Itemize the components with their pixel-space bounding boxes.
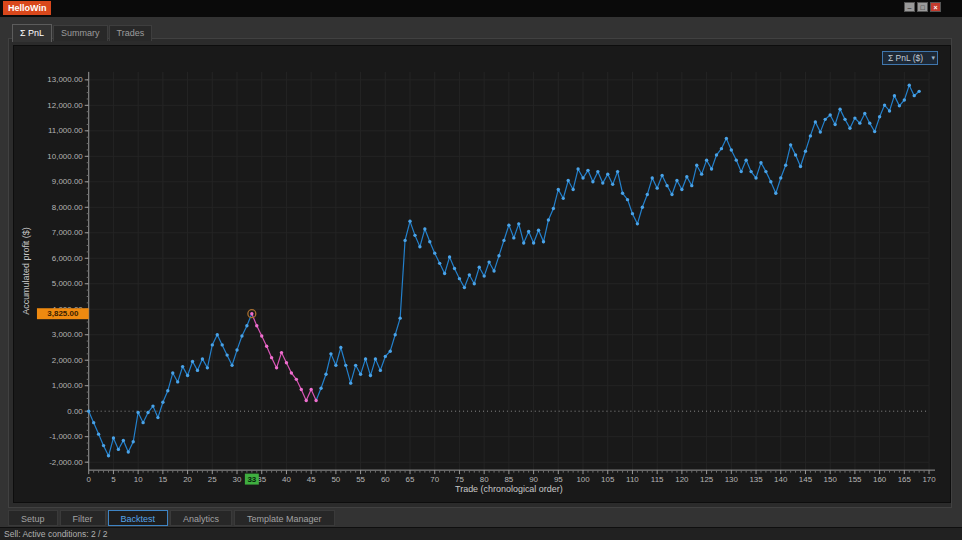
close-button[interactable]: × [930, 2, 941, 12]
svg-text:40: 40 [282, 475, 291, 484]
svg-text:13,000.00: 13,000.00 [47, 75, 83, 84]
svg-text:2,000.00: 2,000.00 [52, 356, 84, 365]
svg-text:0.00: 0.00 [67, 407, 83, 416]
svg-text:130: 130 [725, 475, 739, 484]
svg-text:60: 60 [381, 475, 390, 484]
svg-text:10: 10 [134, 475, 143, 484]
svg-text:125: 125 [700, 475, 714, 484]
svg-text:11,000.00: 11,000.00 [48, 126, 83, 135]
svg-text:75: 75 [455, 475, 464, 484]
svg-text:33: 33 [247, 475, 256, 484]
svg-text:0: 0 [87, 475, 92, 484]
svg-text:25: 25 [208, 475, 217, 484]
svg-text:3,825.00: 3,825.00 [47, 309, 79, 318]
maximize-button[interactable]: □ [917, 2, 928, 12]
svg-text:3,000.00: 3,000.00 [52, 330, 84, 339]
top-tab-strip: Σ PnL Summary Trades [12, 23, 153, 41]
pnl-series-dropdown[interactable]: Σ PnL ($) ▾ [882, 51, 938, 65]
bottom-tab-strip: Setup Filter Backtest Analytics Template… [8, 510, 335, 526]
svg-text:20: 20 [183, 475, 192, 484]
svg-text:1,000.00: 1,000.00 [52, 381, 84, 390]
dropdown-value: Σ PnL ($) [888, 52, 923, 64]
svg-text:145: 145 [799, 475, 813, 484]
minimize-button[interactable]: – [904, 2, 915, 12]
svg-text:6,000.00: 6,000.00 [52, 254, 84, 263]
svg-text:140: 140 [774, 475, 788, 484]
svg-text:100: 100 [576, 475, 590, 484]
svg-text:120: 120 [675, 475, 689, 484]
tab-summary[interactable]: Summary [53, 25, 108, 41]
status-bar: Sell: Active conditions: 2 / 2 [0, 527, 962, 540]
svg-text:9,000.00: 9,000.00 [52, 177, 84, 186]
svg-text:Trade (chronological order): Trade (chronological order) [455, 484, 563, 494]
svg-text:7,000.00: 7,000.00 [52, 228, 84, 237]
svg-text:160: 160 [873, 475, 887, 484]
svg-text:5,000.00: 5,000.00 [52, 279, 84, 288]
svg-text:135: 135 [749, 475, 763, 484]
svg-text:12,000.00: 12,000.00 [47, 101, 83, 110]
svg-text:45: 45 [307, 475, 316, 484]
svg-text:155: 155 [848, 475, 862, 484]
status-text: Sell: Active conditions: 2 / 2 [4, 529, 107, 539]
chart-container: Σ PnL ($) ▾ -2,000.00-1,000.000.001,000.… [13, 45, 951, 503]
svg-text:8,000.00: 8,000.00 [52, 203, 84, 212]
svg-text:50: 50 [331, 475, 340, 484]
svg-text:Accumulated profit ($): Accumulated profit ($) [21, 227, 31, 315]
app-title: HelloWin [3, 1, 51, 15]
svg-text:150: 150 [824, 475, 838, 484]
svg-text:80: 80 [480, 475, 489, 484]
pnl-tab-page: Σ PnL ($) ▾ -2,000.00-1,000.000.001,000.… [8, 38, 952, 508]
svg-text:85: 85 [504, 475, 513, 484]
svg-text:5: 5 [111, 475, 116, 484]
svg-text:115: 115 [651, 475, 664, 484]
app-window: HelloWin – □ × Σ PnL Summary Trades Σ Pn… [0, 0, 962, 540]
tab-backtest[interactable]: Backtest [108, 510, 169, 526]
svg-text:15: 15 [158, 475, 167, 484]
svg-text:-1,000.00: -1,000.00 [49, 432, 83, 441]
svg-text:30: 30 [233, 475, 242, 484]
svg-text:10,000.00: 10,000.00 [47, 152, 83, 161]
svg-text:105: 105 [601, 475, 615, 484]
title-bar: HelloWin – □ × [0, 0, 962, 17]
svg-text:110: 110 [626, 475, 639, 484]
tab-setup[interactable]: Setup [8, 510, 58, 526]
svg-text:165: 165 [898, 475, 912, 484]
window-controls: – □ × [904, 2, 941, 12]
svg-text:170: 170 [922, 475, 936, 484]
tab-template-manager[interactable]: Template Manager [234, 510, 335, 526]
chevron-down-icon: ▾ [931, 52, 935, 64]
tab-trades[interactable]: Trades [109, 25, 153, 41]
tab-filter[interactable]: Filter [60, 510, 106, 526]
pnl-chart[interactable]: -2,000.00-1,000.000.001,000.002,000.003,… [14, 46, 950, 502]
svg-text:90: 90 [529, 475, 538, 484]
svg-text:55: 55 [356, 475, 365, 484]
svg-text:-2,000.00: -2,000.00 [49, 458, 83, 467]
svg-text:70: 70 [430, 475, 439, 484]
svg-text:95: 95 [554, 475, 563, 484]
tab-pnl[interactable]: Σ PnL [12, 24, 52, 42]
svg-text:65: 65 [406, 475, 415, 484]
tab-analytics[interactable]: Analytics [170, 510, 232, 526]
